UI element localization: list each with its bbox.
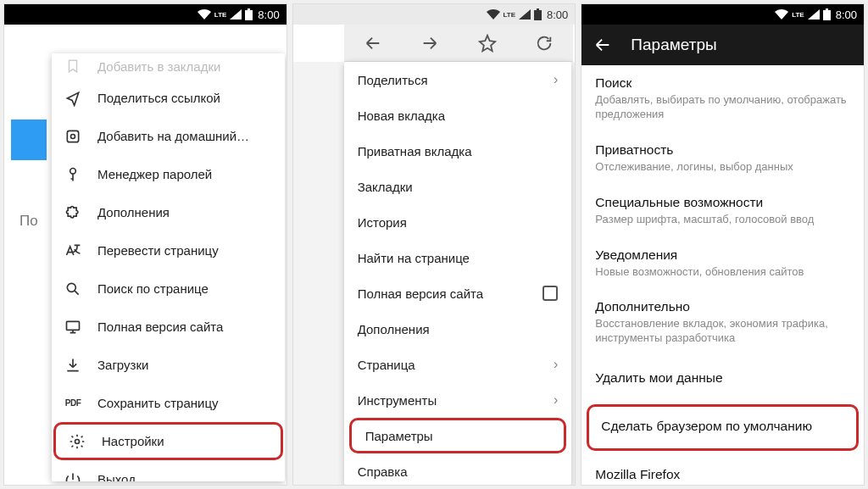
background-tile <box>11 119 47 160</box>
menu-item-label: Загрузки <box>97 358 148 372</box>
desktop-icon <box>64 318 82 336</box>
menu-list: Добавить в закладкиПоделиться ссылкойДоб… <box>52 53 285 481</box>
menu-item-label: Дополнения <box>97 205 170 219</box>
menu-item[interactable]: Новая вкладка <box>344 97 572 133</box>
menu-item-label: Дополнения <box>358 322 430 336</box>
pdf-icon: PDF <box>64 394 82 413</box>
menu-item-desktop[interactable]: Полная версия сайта <box>52 308 285 346</box>
menu-item-pdf[interactable]: PDFСохранить страницу <box>52 384 285 422</box>
menu-item-label: Поделиться ссылкой <box>97 91 220 105</box>
menu-item-label: Приватная вкладка <box>358 144 472 158</box>
screen-body: Поделиться›Новая вкладкаПриватная вкладк… <box>293 62 576 485</box>
menu-item-puzzle[interactable]: Дополнения <box>52 193 285 231</box>
menu-item[interactable]: Приватная вкладка <box>344 133 572 169</box>
menu-item[interactable]: Страница› <box>344 347 572 382</box>
menu-item[interactable]: Инструменты› <box>344 382 572 418</box>
menu-item-search[interactable]: Поиск по странице <box>52 270 285 308</box>
menu-list: Поделиться›Новая вкладкаПриватная вкладк… <box>344 62 572 486</box>
menu-item-label: Параметры <box>365 429 433 443</box>
menu-item[interactable]: Закладки <box>344 169 572 204</box>
menu-item[interactable]: Найти на странице <box>344 240 572 275</box>
menu-item-label: Страница <box>358 358 415 372</box>
search-input-partial: По <box>19 213 38 230</box>
svg-rect-0 <box>245 10 253 20</box>
chevron-right-icon: › <box>554 357 558 372</box>
settings-item[interactable]: ДополнительноВосстановление вкладок, эко… <box>581 289 864 356</box>
forward-icon[interactable] <box>415 29 444 58</box>
menu-item-label: Инструменты <box>358 393 437 408</box>
svg-point-4 <box>70 168 76 174</box>
screen-body: ПоискДобавлять, выбирать по умолчанию, о… <box>581 65 864 485</box>
power-icon <box>64 470 82 482</box>
menu-item-label: Сохранить страницу <box>97 396 219 410</box>
phone-screen-settings: LTE 8:00 Параметры ПоискДобавлять, выбир… <box>581 3 865 486</box>
menu-item-label: Найти на странице <box>358 251 470 265</box>
settings-header: Параметры <box>581 25 864 65</box>
settings-item-subtitle: Добавлять, выбирать по умолчанию, отобра… <box>595 93 850 122</box>
settings-item[interactable]: ПриватностьОтслеживание, логины, выбор д… <box>581 132 864 185</box>
menu-item-key[interactable]: Менеджер паролей <box>52 155 285 193</box>
back-icon[interactable] <box>593 36 612 54</box>
settings-item[interactable]: Специальные возможностиРазмер шрифта, ма… <box>581 185 864 237</box>
settings-item-title: Уведомления <box>595 247 850 263</box>
menu-item-share[interactable]: Поделиться ссылкой <box>52 79 285 117</box>
menu-item-bookmark-outline[interactable]: Добавить в закладки <box>52 53 285 79</box>
menu-item-label: Закладки <box>358 180 413 194</box>
svg-rect-11 <box>826 8 828 10</box>
menu-item-download[interactable]: Загрузки <box>52 346 285 384</box>
menu-item-label: Справка <box>358 464 408 479</box>
browser-menu-popup: Поделиться›Новая вкладкаПриватная вкладк… <box>344 62 572 485</box>
svg-rect-6 <box>67 321 80 330</box>
menu-item-translate[interactable]: Перевести страницу <box>52 231 285 270</box>
signal-icon <box>230 9 242 19</box>
menu-item-gear[interactable]: Настройки <box>53 422 283 460</box>
browser-menu-popup: Добавить в закладкиПоделиться ссылкойДоб… <box>52 53 285 481</box>
settings-list: ПоискДобавлять, выбирать по умолчанию, о… <box>581 65 864 482</box>
clock: 8:00 <box>836 8 857 21</box>
clock: 8:00 <box>258 8 279 21</box>
settings-item-title: Поиск <box>595 75 850 91</box>
add-home-icon <box>64 127 82 146</box>
svg-point-7 <box>75 439 80 443</box>
menu-item[interactable]: Полная версия сайта <box>344 275 572 311</box>
puzzle-icon <box>64 203 82 222</box>
svg-point-3 <box>71 134 75 138</box>
menu-item-label: Новая вкладка <box>358 108 445 123</box>
menu-item-label: Поделиться <box>358 73 428 87</box>
battery-icon <box>534 8 542 20</box>
gear-icon <box>68 432 86 451</box>
menu-item[interactable]: Справка <box>344 453 572 486</box>
wifi-icon <box>198 9 211 19</box>
back-icon[interactable] <box>359 29 387 58</box>
lte-icon: LTE <box>792 11 804 19</box>
menu-item-label: Выход <box>97 472 136 481</box>
download-icon <box>64 356 82 375</box>
menu-item-power[interactable]: Выход <box>52 460 285 481</box>
settings-item[interactable]: Mozilla Firefox <box>581 453 864 482</box>
menu-item-label: Перевести страницу <box>97 243 219 258</box>
battery-icon <box>245 8 253 20</box>
reload-icon[interactable] <box>530 29 559 58</box>
menu-item[interactable]: Дополнения <box>344 311 572 347</box>
menu-item-add-home[interactable]: Добавить на домашний… <box>52 117 285 155</box>
menu-item[interactable]: Параметры <box>349 418 567 453</box>
menu-item-label: Полная версия сайта <box>358 286 483 301</box>
menu-item[interactable]: История <box>344 204 572 240</box>
menu-item-label: История <box>358 215 407 230</box>
star-icon[interactable] <box>473 29 502 58</box>
checkbox[interactable] <box>542 286 558 301</box>
status-bar: LTE 8:00 <box>581 4 864 25</box>
menu-item[interactable]: Поделиться› <box>344 62 572 97</box>
settings-item-title: Специальные возможности <box>595 195 850 210</box>
menu-item-label: Менеджер паролей <box>97 167 212 181</box>
svg-rect-1 <box>248 8 250 10</box>
settings-item[interactable]: УведомленияНовые возможности, обновления… <box>581 237 864 290</box>
settings-item[interactable]: Сделать браузером по умолчанию <box>587 404 859 451</box>
settings-item-subtitle: Восстановление вкладок, экономия трафика… <box>595 317 850 346</box>
svg-point-5 <box>67 283 75 292</box>
settings-item-title: Mozilla Firefox <box>595 467 850 482</box>
nav-toolbar <box>344 25 574 62</box>
settings-item[interactable]: ПоискДобавлять, выбирать по умолчанию, о… <box>581 65 864 132</box>
settings-item-subtitle: Размер шрифта, масштаб, голосовой ввод <box>595 213 850 227</box>
settings-item[interactable]: Удалить мои данные <box>581 356 864 403</box>
